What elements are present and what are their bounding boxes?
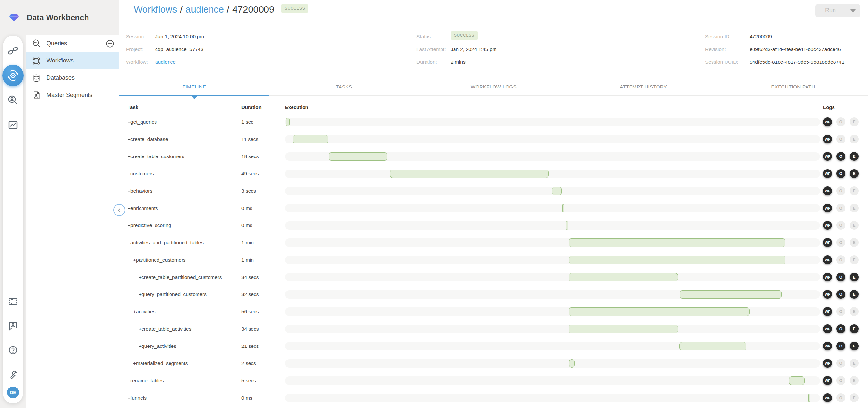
workflows-rail-button[interactable]	[2, 65, 24, 86]
tab-timeline[interactable]: TIMELINE	[119, 79, 269, 95]
task-name[interactable]: +query_partitioned_customers	[119, 291, 241, 297]
sidebar-item-queries[interactable]: Queries	[26, 35, 119, 52]
parameters-toggles-icon[interactable]	[3, 289, 23, 313]
log-badge-o[interactable]: O	[836, 169, 845, 178]
run-dropdown-button[interactable]	[846, 4, 860, 17]
log-badge-wf[interactable]: WF	[823, 135, 832, 144]
log-badge-o[interactable]: O	[836, 204, 845, 213]
log-badge-wf[interactable]: WF	[823, 152, 832, 161]
integrations-link-icon[interactable]	[3, 38, 23, 63]
table-row: +predictive_scoring 0 ms WF O E	[119, 217, 868, 234]
task-name[interactable]: +query_activities	[119, 343, 241, 349]
status-badge: SUCCESS	[281, 4, 308, 13]
log-badge-wf[interactable]: WF	[823, 359, 832, 368]
task-name[interactable]: +get_queries	[119, 119, 241, 125]
log-badge-wf[interactable]: WF	[823, 324, 832, 333]
tools-wrench-icon[interactable]	[3, 362, 23, 386]
task-name[interactable]: +predictive_scoring	[119, 223, 241, 228]
log-badge-wf[interactable]: WF	[823, 221, 832, 230]
log-badge-e[interactable]: E	[850, 169, 859, 178]
log-badge-o[interactable]: O	[836, 255, 845, 264]
log-badge-e[interactable]: E	[850, 290, 859, 299]
execution-track	[285, 342, 820, 350]
log-badge-wf[interactable]: WF	[823, 238, 832, 247]
log-badge-e[interactable]: E	[850, 186, 859, 195]
log-badge-wf[interactable]: WF	[823, 255, 832, 264]
user-avatar[interactable]: DE	[7, 386, 19, 398]
log-badge-e[interactable]: E	[850, 238, 859, 247]
profile-search-icon[interactable]	[3, 88, 23, 113]
log-badge-e[interactable]: E	[850, 342, 859, 350]
log-badge-wf[interactable]: WF	[823, 118, 832, 126]
log-badge-e[interactable]: E	[850, 221, 859, 230]
help-icon[interactable]	[3, 338, 23, 362]
sidebar-item-master-segments[interactable]: Master Segments	[26, 87, 119, 104]
log-badge-o[interactable]: O	[836, 118, 845, 126]
breadcrumb-workflows-link[interactable]: Workflows	[134, 4, 177, 15]
task-name[interactable]: +activities	[119, 309, 241, 315]
log-badge-e[interactable]: E	[850, 359, 859, 368]
task-name[interactable]: +rename_tables	[119, 378, 241, 384]
log-badge-wf[interactable]: WF	[823, 169, 832, 178]
execution-cell	[284, 359, 823, 368]
log-badge-o[interactable]: O	[836, 135, 845, 144]
log-badge-e[interactable]: E	[850, 135, 859, 144]
run-button[interactable]: Run	[815, 4, 846, 17]
log-badge-e[interactable]: E	[850, 118, 859, 126]
sidebar-item-label: Workflows	[46, 57, 115, 64]
execution-track	[285, 169, 820, 178]
log-badge-o[interactable]: O	[836, 376, 845, 385]
contact-feedback-icon[interactable]	[3, 313, 23, 338]
task-name[interactable]: +create_table_activities	[119, 326, 241, 332]
log-badge-o[interactable]: O	[836, 238, 845, 247]
log-badge-wf[interactable]: WF	[823, 394, 832, 402]
log-badge-wf[interactable]: WF	[823, 307, 832, 316]
log-badge-o[interactable]: O	[836, 273, 845, 281]
log-badge-wf[interactable]: WF	[823, 290, 832, 299]
session-value: Jan 1, 2024 10:00 pm	[155, 34, 204, 40]
log-badge-e[interactable]: E	[850, 204, 859, 213]
sidebar-item-databases[interactable]: Databases	[26, 69, 119, 87]
log-badge-o[interactable]: O	[836, 221, 845, 230]
log-badge-e[interactable]: E	[850, 394, 859, 402]
workflow-link[interactable]: audience	[155, 59, 176, 65]
breadcrumb-audience-link[interactable]: audience	[185, 4, 224, 15]
log-badge-e[interactable]: E	[850, 273, 859, 281]
tab-attempt-history[interactable]: ATTEMPT HISTORY	[569, 79, 718, 95]
task-name[interactable]: +materialized_segments	[119, 360, 241, 366]
log-badge-e[interactable]: E	[850, 376, 859, 385]
log-badge-e[interactable]: E	[850, 255, 859, 264]
log-badge-o[interactable]: O	[836, 324, 845, 333]
log-badge-wf[interactable]: WF	[823, 273, 832, 281]
task-name[interactable]: +enrichments	[119, 205, 241, 211]
task-name[interactable]: +behaviors	[119, 188, 241, 194]
task-name[interactable]: +create_database	[119, 136, 241, 142]
log-badge-o[interactable]: O	[836, 290, 845, 299]
log-badge-e[interactable]: E	[850, 307, 859, 316]
log-badge-o[interactable]: O	[836, 394, 845, 402]
tab-workflow-logs[interactable]: WORKFLOW LOGS	[419, 79, 568, 95]
analytics-chart-icon[interactable]	[3, 113, 23, 137]
log-badge-o[interactable]: O	[836, 307, 845, 316]
collapse-sidebar-button[interactable]	[113, 204, 125, 216]
task-name[interactable]: +funnels	[119, 395, 241, 401]
add-query-plus-icon[interactable]	[105, 39, 115, 48]
log-badge-o[interactable]: O	[836, 152, 845, 161]
log-badge-o[interactable]: O	[836, 342, 845, 350]
task-name[interactable]: +partitioned_customers	[119, 257, 241, 263]
log-badge-o[interactable]: O	[836, 359, 845, 368]
task-name[interactable]: +customers	[119, 171, 241, 177]
log-badge-wf[interactable]: WF	[823, 186, 832, 195]
sidebar-item-workflows[interactable]: Workflows	[26, 52, 119, 69]
log-badge-e[interactable]: E	[850, 324, 859, 333]
task-name[interactable]: +create_table_partitioned_customers	[119, 274, 241, 280]
tab-execution-path[interactable]: EXECUTION PATH	[718, 79, 868, 95]
task-name[interactable]: +activities_and_partitioned_tables	[119, 240, 241, 246]
log-badge-wf[interactable]: WF	[823, 204, 832, 213]
log-badge-wf[interactable]: WF	[823, 376, 832, 385]
log-badge-o[interactable]: O	[836, 186, 845, 195]
task-name[interactable]: +create_table_customers	[119, 154, 241, 159]
log-badge-e[interactable]: E	[850, 152, 859, 161]
log-badge-wf[interactable]: WF	[823, 342, 832, 350]
tab-tasks[interactable]: TASKS	[269, 79, 419, 95]
